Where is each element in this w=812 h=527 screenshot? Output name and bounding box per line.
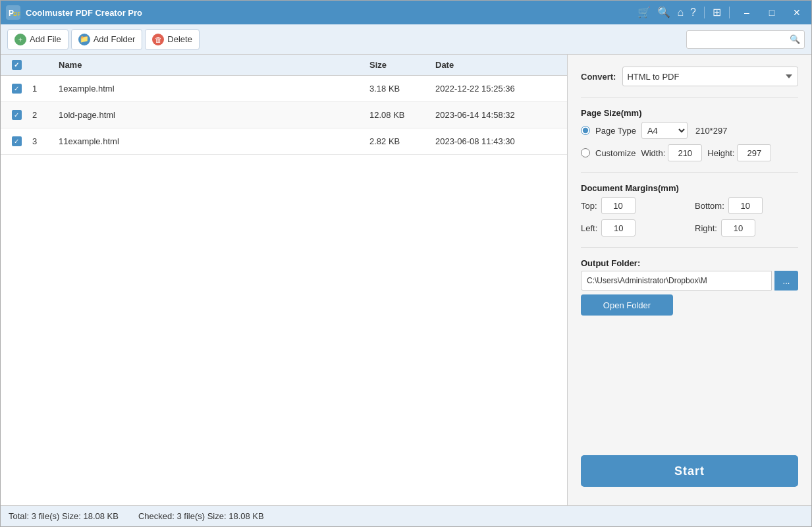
right-input[interactable] [721,219,755,236]
row1-size: 3.18 KB [367,84,433,94]
table-row[interactable]: 1 1example.html 3.18 KB 2022-12-22 15:25… [1,76,567,102]
row2-size: 12.08 KB [367,110,433,120]
row1-date: 2022-12-22 15:25:36 [433,84,564,94]
customize-radio[interactable] [581,148,590,157]
toolbar: + Add File 📁 Add Folder 🗑 Delete 🔍 [1,24,811,55]
row3-date: 2023-06-08 11:43:30 [433,136,564,146]
divider2 [581,172,798,173]
height-label: Height: [707,148,734,158]
margins-section: Document Margins(mm) Top: Bottom: Left: [581,183,798,236]
row3-name: 11example.html [56,136,367,146]
title-bar-controls: 🛒 🔍 ⌂ ? ⊞ – □ ✕ [637,3,806,22]
right-margin-item: Right: [695,219,798,236]
checked-status: Checked: 3 file(s) Size: 18.08 KB [138,511,264,521]
svg-text:DF: DF [13,11,20,17]
select-all-checkbox[interactable] [12,60,22,70]
file-list: 1 1example.html 3.18 KB 2022-12-22 15:25… [1,76,567,505]
open-folder-button[interactable]: Open Folder [581,294,673,316]
start-button[interactable]: Start [581,455,798,487]
output-folder-row: ... [581,271,798,291]
customize-label: Customize [595,148,636,158]
row3-num: 3 [30,136,56,146]
total-status: Total: 3 file(s) Size: 18.08 KB [9,511,119,521]
header-date: Date [433,60,564,70]
width-label: Width: [641,148,665,158]
row3-checkbox-cell [3,136,30,146]
header-name: Name [56,60,367,70]
title-separator2 [729,7,730,18]
open-folder-label: Open Folder [603,300,651,310]
add-file-label: Add File [30,34,61,44]
left-label: Left: [581,223,597,233]
row1-name: 1example.html [56,84,367,94]
add-file-button[interactable]: + Add File [7,29,68,50]
output-folder-section: Output Folder: ... Open Folder [581,258,798,316]
title-separator [704,7,705,18]
convert-label: Convert: [581,72,616,82]
bottom-input[interactable] [728,197,763,214]
add-folder-icon: 📁 [78,34,90,45]
page-dims: 210*297 [695,126,727,136]
row2-checkbox-cell [3,110,30,120]
status-bar: Total: 3 file(s) Size: 18.08 KB Checked:… [1,505,811,526]
table-row[interactable]: 2 1old-page.html 12.08 KB 2023-06-14 14:… [1,102,567,128]
grid-icon[interactable]: ⊞ [713,7,721,18]
main-content: Name Size Date 1 1example.html 3.18 KB 2… [1,55,811,505]
maximize-button[interactable]: □ [763,3,781,22]
page-type-radio[interactable] [581,126,590,135]
row2-checkbox[interactable] [12,110,22,120]
settings-panel: Convert: HTML to PDF Word to PDF Excel t… [568,55,811,505]
height-field-group: Height: [707,144,771,161]
page-size-section: Page Size(mm) Page Type A4 A3 Letter Leg… [581,108,798,161]
header-size: Size [367,60,433,70]
delete-button[interactable]: 🗑 Delete [145,29,200,50]
header-checkbox-cell [3,60,30,70]
home-icon[interactable]: ⌂ [677,7,684,18]
search-box: 🔍 [686,30,805,49]
width-input[interactable] [668,144,702,161]
title-bar: P DF Coolmuster PDF Creator Pro 🛒 🔍 ⌂ ? … [1,1,811,24]
top-margin-item: Top: [581,197,684,214]
width-field-group: Width: [641,144,702,161]
close-button[interactable]: ✕ [788,3,806,22]
search-input[interactable] [691,34,790,44]
row1-checkbox[interactable] [12,84,22,94]
delete-icon: 🗑 [152,34,164,45]
app-logo: P DF [6,5,20,20]
help-icon[interactable]: ? [690,7,696,18]
table-row[interactable]: 3 11example.html 2.82 KB 2023-06-08 11:4… [1,128,567,155]
top-input[interactable] [601,197,636,214]
customize-row: Customize Width: Height: [581,144,798,161]
right-label: Right: [695,223,717,233]
row2-date: 2023-06-14 14:58:32 [433,110,564,120]
file-panel: Name Size Date 1 1example.html 3.18 KB 2… [1,55,568,505]
add-file-icon: + [14,34,26,45]
row3-size: 2.82 KB [367,136,433,146]
page-type-select[interactable]: A4 A3 Letter Legal [641,122,688,139]
browse-button[interactable]: ... [774,271,798,291]
height-input[interactable] [737,144,771,161]
convert-row: Convert: HTML to PDF Word to PDF Excel t… [581,67,798,86]
cart-icon[interactable]: 🛒 [637,7,651,18]
search-icon[interactable]: 🔍 [657,7,670,18]
convert-select[interactable]: HTML to PDF Word to PDF Excel to PDF [622,67,798,86]
browse-label: ... [783,276,790,286]
left-input[interactable] [601,219,636,236]
bottom-margin-item: Bottom: [695,197,798,214]
margins-label: Document Margins(mm) [581,183,798,193]
page-size-label: Page Size(mm) [581,108,798,118]
divider3 [581,247,798,248]
minimize-button[interactable]: – [738,3,756,22]
main-window: P DF Coolmuster PDF Creator Pro 🛒 🔍 ⌂ ? … [0,0,812,527]
start-label: Start [674,464,705,478]
output-folder-label: Output Folder: [581,258,798,268]
add-folder-button[interactable]: 📁 Add Folder [71,29,143,50]
row3-checkbox[interactable] [12,136,22,146]
delete-label: Delete [167,34,192,44]
row1-num: 1 [30,84,56,94]
add-folder-label: Add Folder [94,34,136,44]
bottom-label: Bottom: [695,201,724,211]
top-label: Top: [581,201,597,211]
output-path-input[interactable] [581,271,772,291]
start-btn-container: Start [581,325,798,493]
